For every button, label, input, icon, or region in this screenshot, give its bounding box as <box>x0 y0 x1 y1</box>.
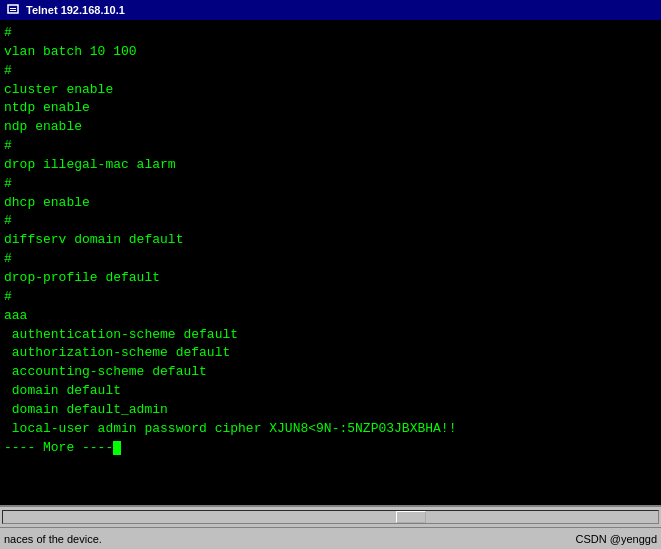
terminal-line: domain default_admin <box>4 401 657 420</box>
terminal-line: ntdp enable <box>4 99 657 118</box>
terminal-line: diffserv domain default <box>4 231 657 250</box>
terminal-line: authentication-scheme default <box>4 326 657 345</box>
window: Telnet 192.168.10.1 # vlan batch 10 100 … <box>0 0 661 549</box>
terminal-line: drop illegal-mac alarm <box>4 156 657 175</box>
window-icon <box>6 3 20 17</box>
terminal-line: domain default <box>4 382 657 401</box>
terminal-area[interactable]: # vlan batch 10 100 # cluster enable ntd… <box>0 20 661 505</box>
terminal-line: aaa <box>4 307 657 326</box>
terminal-line: # <box>4 288 657 307</box>
window-title: Telnet 192.168.10.1 <box>26 4 655 16</box>
svg-rect-2 <box>10 10 16 11</box>
scrollbar-area[interactable] <box>0 509 661 525</box>
terminal-line: # <box>4 212 657 231</box>
terminal-line: dhcp enable <box>4 194 657 213</box>
terminal-line: # <box>4 62 657 81</box>
terminal-line: drop-profile default <box>4 269 657 288</box>
status-bar: naces of the device. CSDN @yenggd <box>0 527 661 549</box>
scrollbar-track[interactable] <box>2 510 659 524</box>
cursor <box>113 441 121 455</box>
status-left-text: naces of the device. <box>4 533 566 545</box>
terminal-line: local-user admin password cipher XJUN8<9… <box>4 420 657 439</box>
more-prompt: ---- More ---- <box>4 439 657 458</box>
scrollbar-thumb[interactable] <box>396 511 426 523</box>
terminal-line: ndp enable <box>4 118 657 137</box>
terminal-line: authorization-scheme default <box>4 344 657 363</box>
terminal-line: accounting-scheme default <box>4 363 657 382</box>
terminal-line: # <box>4 137 657 156</box>
terminal-line: vlan batch 10 100 <box>4 43 657 62</box>
terminal-line: # <box>4 175 657 194</box>
terminal-line: # <box>4 250 657 269</box>
title-bar: Telnet 192.168.10.1 <box>0 0 661 20</box>
terminal-line: cluster enable <box>4 81 657 100</box>
status-right-text: CSDN @yenggd <box>576 533 657 545</box>
terminal-line: # <box>4 24 657 43</box>
svg-rect-1 <box>10 8 16 9</box>
bottom-bar <box>0 505 661 527</box>
